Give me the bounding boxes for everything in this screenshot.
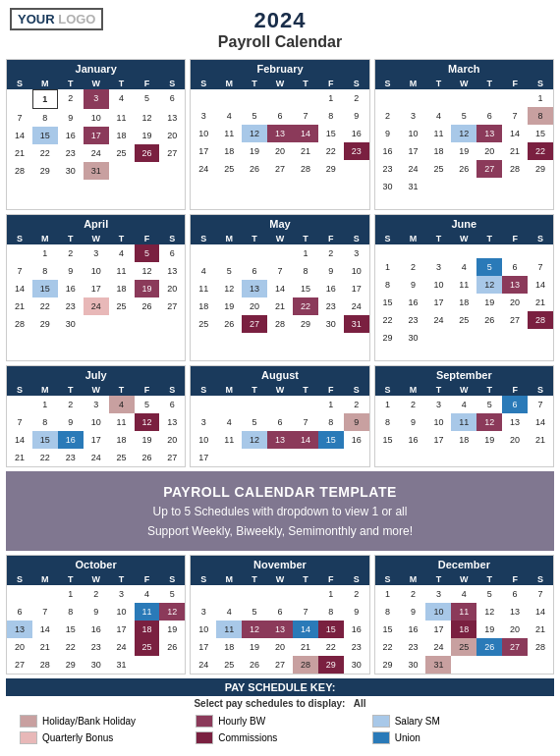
cal-cell: 15 — [58, 621, 84, 638]
day-header-S: S — [7, 233, 32, 244]
cal-cell: 9 — [401, 603, 426, 621]
select-value[interactable]: All — [354, 698, 366, 709]
cal-cell — [293, 89, 318, 107]
cal-cell: 7 — [32, 603, 58, 621]
day-header-S: S — [344, 233, 369, 244]
day-header: M — [401, 573, 426, 585]
day-header-W: W — [267, 233, 293, 244]
cal-cell: 15 — [32, 127, 58, 144]
cal-cell: 5 — [476, 396, 502, 413]
legend-swatch — [20, 715, 37, 728]
cal-cell: 27 — [159, 297, 185, 315]
cal-cell — [109, 315, 135, 333]
cal-cell: 14 — [32, 621, 58, 638]
cal-body: 1234567891011121314151617181920212223242… — [375, 244, 553, 360]
cal-cell: 7 — [528, 258, 553, 276]
cal-cell: 14 — [528, 603, 553, 621]
day-header-M: M — [401, 78, 426, 89]
cal-cell: 20 — [267, 638, 293, 656]
cal-cell — [7, 585, 32, 603]
cal-cell: 16 — [401, 294, 426, 311]
day-header: S — [375, 573, 401, 585]
cal-cell: 12 — [242, 621, 267, 638]
cal-cell: 13 — [502, 276, 528, 294]
key-select-row: Select pay schedules to display: All — [0, 698, 560, 709]
cal-cell: 4 — [135, 585, 160, 603]
day-header-T: T — [476, 233, 502, 244]
month-header: May — [191, 215, 368, 233]
promo-banner: PAYROLL CALENDAR TEMPLATE Up to 5 Schedu… — [6, 471, 554, 551]
day-header: S — [191, 573, 216, 585]
day-header-W: W — [84, 78, 109, 89]
cal-cell: 16 — [84, 621, 109, 638]
cal-cell: 2 — [344, 396, 369, 413]
cal-cell: 29 — [375, 329, 401, 347]
cal-cell: 2 — [401, 258, 426, 276]
cal-cell: 11 — [216, 621, 242, 638]
cal-cell: 7 — [267, 262, 293, 280]
day-header: F — [318, 573, 344, 585]
cal-cell — [159, 162, 185, 180]
cal-cell: 21 — [528, 431, 553, 449]
cal-cell — [451, 244, 476, 258]
day-header-T: T — [58, 78, 84, 89]
day-header-T: T — [425, 78, 451, 89]
cal-cell: 17 — [84, 280, 109, 297]
cal-cell: 26 — [159, 638, 185, 656]
legend-item: Hourly BW — [196, 715, 364, 728]
cal-cell: 3 — [425, 396, 451, 413]
day-header: F — [135, 573, 160, 585]
cal-cell: 22 — [375, 311, 401, 329]
legend-swatch — [372, 731, 390, 744]
cal-cell: 24 — [84, 144, 109, 162]
cal-cell: 29 — [32, 162, 58, 180]
cal-cell: 4 — [109, 396, 135, 413]
cal-cell: 28 — [7, 162, 32, 180]
day-header: M — [216, 573, 242, 585]
cal-cell: 6 — [159, 89, 185, 109]
cal-cell: 25 — [109, 144, 135, 162]
cal-cell: 16 — [58, 127, 84, 144]
cal-cell: 8 — [528, 107, 553, 125]
cal-cell: 1 — [58, 585, 84, 603]
cal-cell: 20 — [267, 142, 293, 160]
cal-cell: 14 — [7, 127, 32, 144]
cal-cell: 12 — [476, 413, 502, 431]
day-header-T: T — [293, 78, 318, 89]
cal-cell: 27 — [7, 656, 32, 674]
day-header-S: S — [375, 78, 401, 89]
cal-cell: 30 — [375, 178, 401, 195]
cal-cell: 2 — [401, 585, 426, 603]
cal-cell: 17 — [425, 621, 451, 638]
cal-cell: 13 — [159, 109, 185, 127]
cal-cell: 24 — [425, 311, 451, 329]
cal-cell: 23 — [401, 311, 426, 329]
cal-cell — [425, 89, 451, 107]
cal-cell: 31 — [425, 656, 451, 674]
cal-cell: 14 — [293, 125, 318, 142]
cal-cell: 19 — [242, 638, 267, 656]
cal-cell: 2 — [375, 107, 401, 125]
cal-cell: 14 — [7, 280, 32, 297]
cal-cell: 2 — [58, 396, 84, 413]
cal-cell: 11 — [451, 276, 476, 294]
day-header-S: S — [344, 78, 369, 89]
cal-cell: 19 — [135, 431, 160, 449]
cal-cell: 16 — [344, 431, 369, 449]
cal-cell: 12 — [242, 125, 267, 142]
cal-cell: 15 — [32, 431, 58, 449]
cal-cell: 6 — [159, 396, 185, 413]
cal-cell: 21 — [32, 638, 58, 656]
cal-cell: 30 — [58, 315, 84, 333]
cal-cell: 5 — [135, 396, 160, 413]
cal-cell: 14 — [7, 431, 32, 449]
cal-cell: 10 — [425, 413, 451, 431]
cal-cell: 9 — [401, 276, 426, 294]
cal-cell: 15 — [318, 431, 344, 449]
cal-cell — [401, 244, 426, 258]
day-header: W — [451, 573, 476, 585]
day-header-W: W — [84, 233, 109, 244]
cal-body: 1234567891011121314151617181920212223242… — [375, 89, 553, 209]
cal-cell: 15 — [375, 431, 401, 449]
legend-item: Commissions — [196, 731, 364, 744]
